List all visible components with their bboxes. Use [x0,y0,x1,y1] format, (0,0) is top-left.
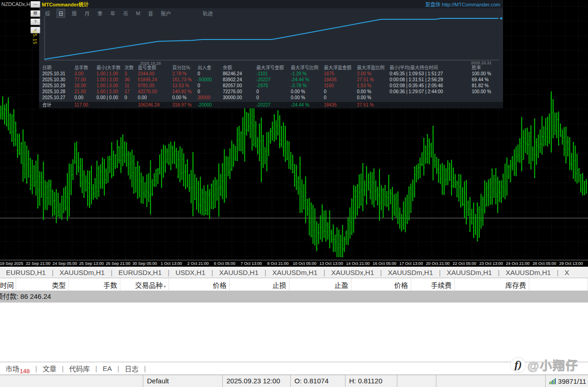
trade-column-extra[interactable] [529,278,588,291]
trade-column-手数[interactable]: 手数 [69,278,120,291]
connection-value: 39871/11 [558,377,586,385]
tab-badge: 148 [20,368,30,375]
minimize-button[interactable]: — [30,1,40,8]
axis-tick-label: 13 Oct 13:00 [319,261,343,266]
axis-tick-label: 1 Oct 13:00 [161,261,182,266]
terminal-tab-市场[interactable]: 市场148 [0,364,35,373]
margin-row: 预付款: 86 246.24 [0,291,588,303]
symbol-tab-XAUUSD-H1[interactable]: XAUUSD,H1 [213,269,265,276]
histogram-bar [552,380,553,384]
stats-cell: 0 [256,95,291,101]
stats-cell: 16.00 [74,83,96,89]
terminal-tab-代码库[interactable]: 代码库 [64,364,96,373]
stats-cell: 11 [124,83,138,89]
histogram-bar [555,378,556,384]
stats-cell: 1.00 | 1.00 [96,71,124,77]
stats-cell: 100.00 % [472,71,500,77]
stats-cell: 100.00 % [472,89,500,95]
axis-tick-label: 24 Sep 05:00 [52,261,77,266]
trade-column-止盈[interactable]: 止盈 [289,278,351,291]
symbol-tab-XAUUSDm-H1[interactable]: XAUUSDm,H1 [441,269,498,276]
trade-column-手续费[interactable]: 手续费 [411,278,455,291]
stats-cell [472,102,500,108]
sort-arrow-icon: ▾ [163,284,166,289]
stats-table: 日期总手数最小|大手数次数盈亏金额百分比%出入金余额最大浮亏金额最大浮亏比例最大… [42,65,500,108]
axis-tick-label: 8 Oct 21:00 [267,261,289,266]
trade-column-价格[interactable]: 价格 [351,278,411,291]
equity-curve-chart [39,0,503,64]
stats-cell: 21.00 [74,89,96,95]
trade-column-类型[interactable]: 类型 [16,278,69,291]
symbol-tab-XAUUSDm-H1[interactable]: XAUUSDm,H1 [54,269,111,276]
symbol-tab-XAUUSDx-H1[interactable]: XAUUSDx,H1 [325,269,380,276]
stats-cell: 0:06:36 | 1:29:07 | 2:44:00 [390,89,472,95]
stats-header-row: 日期总手数最小|大手数次数盈亏金额百分比%出入金余额最大浮亏金额最大浮亏比例最大… [42,65,500,71]
stats-cell: 2025.10.30 [42,77,74,83]
status-cell: H: 0.81120 [345,375,397,387]
stats-cell: 2025.10.28 [42,89,74,95]
terminal-tab-EA[interactable]: EA [97,365,117,372]
histogram-bar [549,382,550,384]
help-button[interactable]: ? [30,18,40,25]
stats-cell: 0 [324,95,357,101]
stats-cell: -1101 [256,71,291,77]
stats-cell: -20000 [198,102,223,108]
stats-cell: 3.00 [74,71,96,77]
stats-cell: 106246.24 [138,102,172,108]
stats-cell: 18435 [324,102,357,108]
axis-tick-label: 26 Sep 21:00 [106,261,130,266]
axis-tick-label: 24 Oct 21:00 [506,261,530,266]
symbol-tab-bar: EURUSD,H1|XAUUSDm,H1|EURUSDx,H1|USDX,H1|… [0,267,588,278]
stats-cell: 83902.24 [223,77,256,83]
stats-cell: 2344.00 [138,71,172,77]
tab-separator: | [144,365,146,372]
stats-cell: 51845.24 [138,77,172,83]
stats-cell: -2975 [256,83,291,89]
move-button[interactable]: 移 [30,10,40,17]
stats-data-row: 2025.10.313.001.00 | 1.0032344.002.78 %0… [42,71,500,77]
stats-cell: 1.00 | 3.00 [96,83,124,89]
trade-table-header: 时间类型手数交易品种 ▾价格止损止盈价格手续费库存费 [0,278,588,291]
axis-tick-label: 14 Oct 21:00 [346,261,370,266]
stats-cell: 总手数 [74,65,96,71]
symbol-tab-XAUUSDm-H1[interactable]: XAUUSDm,H1 [382,269,439,276]
symbol-tab-X[interactable]: X [559,269,575,276]
connection-status: 39871/11 [545,375,588,387]
axis-tick-label: 2 Oct 21:00 [187,261,209,266]
terminal-tab-日志[interactable]: 日志 [119,364,144,373]
trade-column-止损[interactable]: 止损 [230,278,289,291]
histogram-bar [554,379,554,384]
stats-cell: 次数 [124,65,138,71]
trade-column-库存费[interactable]: 库存费 [455,278,529,291]
stats-cell: 1675 [324,71,357,77]
stats-cell: 最大浮亏比例 [291,65,324,71]
trade-column-时间[interactable]: 时间 [0,278,16,291]
trade-column-交易品种[interactable]: 交易品种 ▾ [120,278,169,291]
symbol-tab-USDX-H1[interactable]: USDX,H1 [170,269,211,276]
trade-column-价格[interactable]: 价格 [169,278,230,291]
symbol-tab-XAUUSDm-H1[interactable]: XAUUSDm,H1 [266,269,323,276]
symbol-tab-XAUUSDm-H1[interactable]: XAUUSDm,H1 [500,269,557,276]
stats-cell: 0.00 % [291,95,324,101]
stats-cell: 0:00:08 | 1:31:51 | 2:56:29 [390,77,472,83]
axis-tick-label: 6 Oct 05:00 [214,261,236,266]
watermark-logo-icon: f) [511,358,526,372]
stats-cell: 0 [198,71,223,77]
stats-cell: 69.44 % [472,77,500,83]
stats-cell: 30000 [198,95,223,101]
axis-tick-label: 23 Oct 13:00 [479,261,503,266]
stats-cell: 18435 [324,77,357,83]
stats-cell: 最小|大手数 [96,65,124,71]
symbol-tab-EURUSD-H1[interactable]: EURUSD,H1 [0,269,52,276]
status-cells: Default2025.09.23 12:00O: 0.81074H: 0.81… [0,375,436,387]
time-axis[interactable]: 19 Sep 202522 Sep 21:0024 Sep 05:0025 Se… [0,260,588,267]
stats-cell: -20227 [256,77,291,83]
symbol-tab-EURUSDx-H1[interactable]: EURUSDx,H1 [113,269,168,276]
stats-cell: 合计 [42,102,74,108]
axis-tick-label: 29 Oct 13:00 [559,261,583,266]
stats-cell: 13.53 % [172,83,198,89]
axis-tick-label: 7 Oct 13:00 [241,261,262,266]
stats-cell: 余额 [223,65,256,71]
stats-cell: 1.53 % [357,83,390,89]
terminal-tab-文章[interactable]: 文章 [37,364,62,373]
